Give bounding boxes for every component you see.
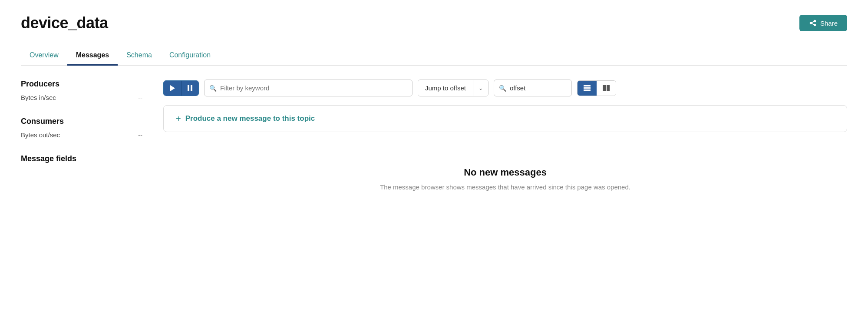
producers-bytes-row: Bytes in/sec -- — [21, 92, 142, 103]
share-icon — [809, 19, 817, 27]
pause-icon — [188, 85, 192, 91]
produce-banner-label: Produce a new message to this topic — [185, 114, 315, 123]
message-fields-title: Message fields — [21, 154, 142, 163]
play-pause-group — [163, 80, 199, 96]
toolbar: 🔍 Jump to offset ⌄ 🔍 — [163, 80, 847, 96]
consumers-bytes-row: Bytes out/sec -- — [21, 129, 142, 140]
consumers-section: Consumers Bytes out/sec -- — [21, 117, 142, 140]
play-icon — [170, 85, 175, 91]
consumers-title: Consumers — [21, 117, 142, 126]
no-messages-subtitle: The message browser shows messages that … — [163, 183, 847, 191]
split-view-icon — [603, 85, 610, 91]
producers-title: Producers — [21, 80, 142, 89]
view-toggle-group — [577, 80, 616, 96]
no-messages-title: No new messages — [163, 167, 847, 178]
list-view-button[interactable] — [578, 81, 597, 96]
svg-rect-4 — [584, 87, 591, 89]
svg-rect-7 — [607, 85, 610, 91]
sidebar: Producers Bytes in/sec -- Consumers Byte… — [21, 80, 142, 208]
consumers-bytes-label: Bytes out/sec — [21, 131, 60, 139]
page-title: device_data — [21, 14, 108, 32]
message-fields-section: Message fields — [21, 154, 142, 163]
filter-search-icon: 🔍 — [209, 85, 217, 92]
play-button[interactable] — [164, 81, 181, 96]
svg-rect-1 — [188, 85, 189, 91]
tabs-nav: Overview Messages Schema Configuration — [21, 46, 847, 66]
filter-input[interactable] — [204, 80, 413, 96]
consumers-bytes-value: -- — [138, 131, 142, 139]
jump-to-offset-group: Jump to offset ⌄ — [418, 80, 488, 96]
producers-bytes-label: Bytes in/sec — [21, 94, 56, 101]
svg-rect-2 — [191, 85, 192, 91]
tab-configuration[interactable]: Configuration — [161, 46, 219, 66]
chevron-down-icon[interactable]: ⌄ — [473, 80, 488, 96]
svg-rect-6 — [603, 85, 606, 91]
producers-bytes-value: -- — [138, 94, 142, 101]
main-content: Producers Bytes in/sec -- Consumers Byte… — [21, 80, 847, 208]
no-messages-section: No new messages The message browser show… — [163, 149, 847, 208]
svg-rect-3 — [584, 85, 591, 86]
split-view-button[interactable] — [597, 81, 616, 96]
share-button[interactable]: Share — [799, 15, 847, 31]
page-header: device_data Share — [21, 14, 847, 32]
content-area: 🔍 Jump to offset ⌄ 🔍 — [163, 80, 847, 208]
tab-overview[interactable]: Overview — [21, 46, 67, 66]
jump-to-offset-label: Jump to offset — [418, 80, 473, 96]
produce-plus-icon: + — [176, 114, 181, 123]
producers-section: Producers Bytes in/sec -- — [21, 80, 142, 103]
list-view-icon — [584, 85, 591, 91]
svg-rect-5 — [584, 90, 591, 91]
offset-input-wrapper: 🔍 — [494, 80, 572, 96]
produce-banner[interactable]: + Produce a new message to this topic — [163, 105, 847, 132]
tab-messages[interactable]: Messages — [67, 46, 118, 66]
offset-search-icon: 🔍 — [499, 85, 506, 92]
pause-button[interactable] — [181, 81, 198, 96]
filter-input-wrapper: 🔍 — [204, 80, 413, 96]
svg-marker-0 — [170, 85, 175, 91]
tab-schema[interactable]: Schema — [118, 46, 161, 66]
